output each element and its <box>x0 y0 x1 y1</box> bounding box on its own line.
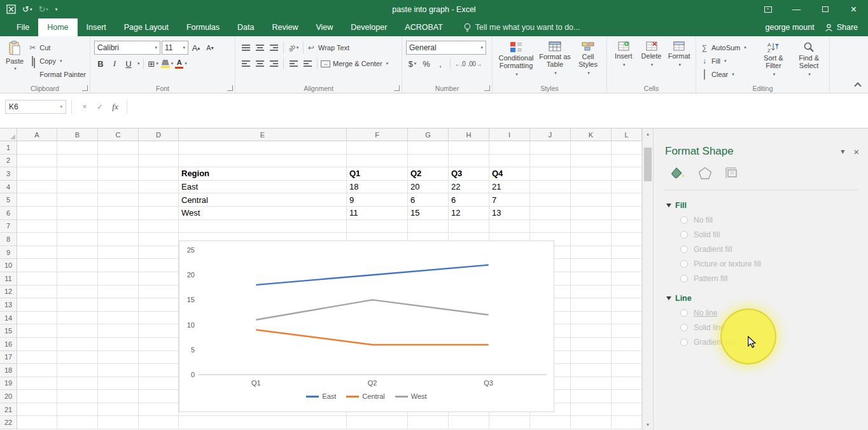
cell-G6[interactable]: 15 <box>408 207 449 220</box>
wrap-text-button[interactable]: ↩Wrap Text <box>307 42 349 54</box>
cell-L16[interactable] <box>612 338 642 351</box>
tab-review[interactable]: Review <box>263 18 307 36</box>
delete-cells-button[interactable]: Delete ▾ <box>639 39 664 69</box>
row-header-9[interactable]: 9 <box>0 246 17 260</box>
cell-D17[interactable] <box>139 351 179 364</box>
tab-acrobat[interactable]: ACROBAT <box>396 18 452 36</box>
borders-button[interactable]: ⊞▾ <box>147 57 160 71</box>
cell-B20[interactable] <box>57 390 98 403</box>
cell-J7[interactable] <box>530 220 571 233</box>
cell-B18[interactable] <box>57 364 98 377</box>
cell-C8[interactable] <box>98 233 139 246</box>
cell-C7[interactable] <box>98 220 139 233</box>
row-header-14[interactable]: 14 <box>0 312 17 325</box>
fill-section-header[interactable]: Fill <box>666 200 868 210</box>
clear-button[interactable]: Clear▾ <box>700 68 755 80</box>
cell-A3[interactable] <box>17 167 57 181</box>
cell-K20[interactable] <box>571 390 612 403</box>
cell-L21[interactable] <box>612 403 642 417</box>
cell-D12[interactable] <box>139 286 179 299</box>
row-header-1[interactable]: 1 <box>0 141 17 155</box>
cell-C9[interactable] <box>98 246 139 260</box>
cell-A7[interactable] <box>17 220 57 233</box>
cell-B5[interactable] <box>57 193 98 207</box>
cell-B7[interactable] <box>57 220 98 233</box>
paste-button[interactable]: Paste ▾ <box>4 39 25 80</box>
cell-B12[interactable] <box>57 286 98 299</box>
cell-K14[interactable] <box>571 312 612 325</box>
cell-F2[interactable] <box>347 155 408 168</box>
cell-D15[interactable] <box>139 324 179 338</box>
conditional-formatting-button[interactable]: Conditional Formatting ▾ <box>496 39 536 78</box>
cell-A8[interactable] <box>17 233 57 246</box>
cell-C18[interactable] <box>98 364 139 377</box>
column-header-K[interactable]: K <box>571 128 612 141</box>
close-button[interactable]: × <box>839 0 868 18</box>
minimize-button[interactable]: — <box>782 0 811 18</box>
pane-options-arrow[interactable]: ▾ <box>841 147 844 156</box>
cell-C22[interactable] <box>98 416 139 429</box>
row-header-8[interactable]: 8 <box>0 233 17 246</box>
alignment-dialog-launcher[interactable] <box>394 85 400 91</box>
align-left-button[interactable] <box>239 57 252 71</box>
cell-B1[interactable] <box>57 141 98 155</box>
cell-J3[interactable] <box>530 167 571 181</box>
row-header-5[interactable]: 5 <box>0 193 17 207</box>
increase-font-size-button[interactable]: A▴ <box>190 41 202 55</box>
option-solid-fill[interactable]: Solid fill <box>680 230 868 239</box>
format-cells-button[interactable]: Format ▾ <box>666 39 692 69</box>
cell-D11[interactable] <box>139 272 179 286</box>
pane-close-button[interactable]: × <box>853 146 859 157</box>
cell-B22[interactable] <box>57 416 98 429</box>
cell-K11[interactable] <box>571 272 612 286</box>
cell-K15[interactable] <box>571 324 612 338</box>
decrease-decimal-button[interactable]: .00→ <box>468 57 482 71</box>
cell-B6[interactable] <box>57 207 98 220</box>
bottom-align-button[interactable] <box>267 41 280 55</box>
tab-view[interactable]: View <box>307 18 342 36</box>
cell-B11[interactable] <box>57 272 98 286</box>
cell-L9[interactable] <box>612 246 642 260</box>
cell-C20[interactable] <box>98 390 139 403</box>
decrease-font-size-button[interactable]: A▾ <box>204 41 216 55</box>
cell-H7[interactable] <box>449 220 489 233</box>
cell-A15[interactable] <box>17 324 57 338</box>
cell-D1[interactable] <box>139 141 179 155</box>
row-header-21[interactable]: 21 <box>0 403 17 417</box>
cell-C1[interactable] <box>98 141 139 155</box>
center-button[interactable] <box>253 57 266 71</box>
redo-button[interactable]: ↻▾ <box>38 4 48 14</box>
cell-I4[interactable]: 21 <box>489 181 530 194</box>
cell-A18[interactable] <box>17 364 57 377</box>
legend-item-west[interactable]: West <box>395 392 427 400</box>
cell-G4[interactable]: 20 <box>408 181 449 194</box>
cell-B9[interactable] <box>57 246 98 260</box>
fill-paint-bucket-icon[interactable] <box>670 167 685 182</box>
cell-C16[interactable] <box>98 338 139 351</box>
cell-D19[interactable] <box>139 377 179 391</box>
cell-D16[interactable] <box>139 338 179 351</box>
cell-B10[interactable] <box>57 259 98 272</box>
cell-A5[interactable] <box>17 193 57 207</box>
tab-formulas[interactable]: Formulas <box>178 18 228 36</box>
cell-F3[interactable]: Q1 <box>347 167 408 181</box>
cell-E3[interactable]: Region <box>179 167 347 181</box>
cell-D2[interactable] <box>139 155 179 168</box>
cell-I5[interactable]: 7 <box>489 193 530 207</box>
fill-button[interactable]: ↓Fill▾ <box>700 55 755 67</box>
cell-B14[interactable] <box>57 312 98 325</box>
cell-A16[interactable] <box>17 338 57 351</box>
cell-styles-button[interactable]: Cell Styles ▾ <box>574 39 602 78</box>
cell-C2[interactable] <box>98 155 139 168</box>
percent-style-button[interactable]: % <box>420 57 433 71</box>
cell-A9[interactable] <box>17 246 57 260</box>
column-header-D[interactable]: D <box>139 128 179 141</box>
ribbon-display-options-button[interactable]: ^ <box>753 0 782 18</box>
cell-F22[interactable] <box>347 416 408 429</box>
cell-J1[interactable] <box>530 141 571 155</box>
cell-K12[interactable] <box>571 286 612 299</box>
cell-H3[interactable]: Q3 <box>449 167 489 181</box>
column-header-E[interactable]: E <box>179 128 347 141</box>
cell-E6[interactable]: West <box>179 207 347 220</box>
cell-D9[interactable] <box>139 246 179 260</box>
